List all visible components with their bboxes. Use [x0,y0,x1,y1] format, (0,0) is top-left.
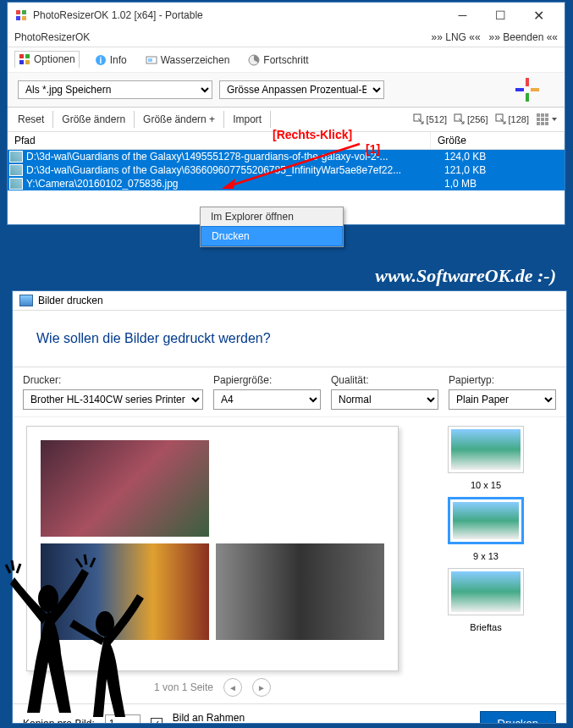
svg-rect-1 [22,10,26,14]
settings-icon [19,53,30,65]
beenden-button[interactable]: »» Beenden «« [489,31,558,43]
svg-rect-16 [531,88,539,91]
image-icon [9,164,23,176]
menubar: PhotoResizerOK »» LNG «« »» Beenden «« [8,28,565,47]
watermark-icon [146,54,157,66]
copies-spinner[interactable]: 1 [105,714,140,725]
resize-button[interactable]: Größe ändern [53,111,135,128]
maximize-button[interactable]: ☐ [482,3,520,28]
table-row[interactable]: Y:\Camera\20160102_075836.jpg1,0 MB [8,177,565,190]
fit-frame-label: Bild an Rahmen anpassen [173,712,266,725]
print-titlebar[interactable]: Bilder drucken [13,291,566,311]
svg-rect-3 [22,16,26,20]
table-row[interactable]: D:\3d-wal\Guardians of the Galaxy\149555… [8,150,565,163]
papertype-label: Papiertyp: [449,374,556,386]
prev-page-button[interactable]: ◄ [223,678,242,697]
svg-rect-15 [515,88,524,91]
paper-select[interactable]: A4 [213,389,321,410]
color-icon[interactable] [515,78,539,102]
app-name-label: PhotoResizerOK [14,31,423,43]
copies-label: Kopien pro Bild: [23,718,95,725]
print-title: Bilder drucken [38,295,103,306]
tab-fortschritt[interactable]: Fortschritt [245,52,311,68]
pager: 1 von 1 Seite ◄ ► [26,671,399,703]
dropdown-icon[interactable] [551,113,558,125]
grid-view-icon[interactable] [536,113,549,126]
svg-rect-22 [545,113,548,117]
preview-image [216,543,384,640]
quality-select[interactable]: Normal [331,389,438,410]
tab-label: Wasserzeichen [161,54,230,66]
ctx-open-explorer[interactable]: Im Explorer öffnen [201,207,343,226]
table-row[interactable]: D:\3d-wal\Guardians of the Galaxy\636609… [8,163,565,177]
size-mode-select[interactable]: Grösse Anpassen Prozentual-Bezoge [219,80,384,99]
context-menu: Im Explorer öffnen Drucken [200,207,344,247]
import-button[interactable]: Import [224,111,271,128]
progress-icon [248,54,260,66]
image-icon [9,178,23,190]
print-dialog-icon [19,295,33,306]
annotation-rechts-klick: [Rechts-Klick] [273,128,352,141]
svg-rect-23 [537,118,540,121]
svg-rect-0 [16,10,20,14]
lng-button[interactable]: »» LNG «« [432,31,481,43]
layout-thumb[interactable] [448,497,524,544]
svg-rect-20 [537,113,540,117]
minimize-button[interactable]: ─ [444,3,482,28]
preview-image [41,440,209,537]
tab-label: Fortschritt [263,54,308,66]
photoresizer-window: PhotoResizerOK 1.02 [x64] - Portable ─ ☐… [7,2,565,225]
svg-rect-13 [526,78,529,86]
window-title: PhotoResizerOK 1.02 [x64] - Portable [33,9,444,21]
options-row: Als *.jpg Speichern Grösse Anpassen Proz… [8,72,565,108]
svg-rect-24 [541,118,544,121]
quality-label: Qualität: [331,374,438,386]
svg-rect-4 [19,54,24,58]
layout-label: 9 x 13 [473,551,499,561]
close-button[interactable]: ✕ [520,3,558,28]
svg-rect-28 [545,122,548,125]
svg-rect-21 [541,113,544,117]
app-icon [14,8,28,22]
svg-rect-7 [25,60,30,64]
size-256-button[interactable]: [256] [454,113,488,125]
size-128-button[interactable]: [128] [495,113,529,125]
resize-icon [413,113,425,125]
ctx-drucken[interactable]: Drucken [201,226,343,246]
svg-text:i: i [99,56,102,65]
tab-label: Optionen [34,53,75,65]
layout-thumb[interactable] [448,568,524,615]
tab-wasserzeichen[interactable]: Wasserzeichen [142,52,234,68]
layout-label: Brieftas [470,622,501,632]
printer-select[interactable]: Brother HL-3140CW series Printer [23,389,203,410]
image-icon [9,151,23,163]
save-format-select[interactable]: Als *.jpg Speichern [18,80,212,99]
print-dialog: Bilder drucken Wie sollen die Bilder ged… [12,290,567,724]
svg-rect-26 [537,122,540,125]
reset-button[interactable]: Reset [14,111,53,128]
printer-label: Drucker: [23,374,203,386]
tab-info[interactable]: i Info [91,52,130,68]
print-options: Drucker: Brother HL-3140CW series Printe… [13,367,566,417]
tabbar: Optionen i Info Wasserzeichen Fortschrit… [8,47,565,72]
svg-rect-5 [25,54,30,58]
paper-label: Papiergröße: [213,374,321,386]
page-text: 1 von 1 Seite [154,681,213,693]
fit-frame-checkbox[interactable]: ✓ [151,718,163,725]
titlebar[interactable]: PhotoResizerOK 1.02 [x64] - Portable ─ ☐… [8,3,565,28]
papertype-select[interactable]: Plain Paper [449,389,556,410]
resize-plus-button[interactable]: Größe ändern + [135,111,224,128]
drucken-button[interactable]: Drucken [480,711,556,724]
next-page-button[interactable]: ► [252,678,271,697]
info-icon: i [95,54,107,66]
preview-area: 1 von 1 Seite ◄ ► 10 x 15 9 x 13 Briefta… [13,417,566,703]
resize-icon [454,113,466,125]
tab-label: Info [110,54,127,66]
resize-icon [495,113,507,125]
layout-thumb[interactable] [448,426,524,473]
tab-optionen[interactable]: Optionen [14,51,80,69]
svg-rect-2 [16,16,20,20]
annotation-1: [1] [366,142,380,156]
size-512-button[interactable]: [512] [413,113,447,125]
col-size[interactable]: Größe [431,132,565,149]
